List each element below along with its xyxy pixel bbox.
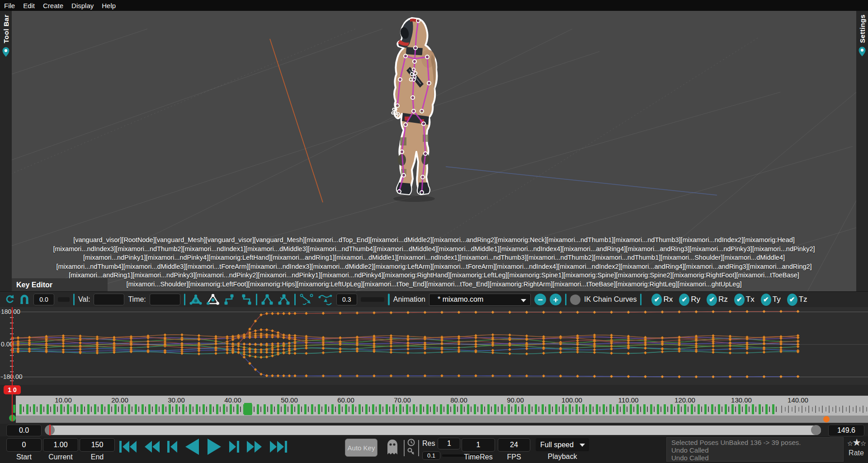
keyframe-diamond[interactable] <box>271 351 274 354</box>
playback-speed-select[interactable]: Full speed <box>536 438 589 451</box>
keyframe-diamond[interactable] <box>491 333 495 337</box>
end-frame-field[interactable]: 150 <box>80 438 115 452</box>
keyframe-diamond[interactable] <box>265 351 269 354</box>
keyframe-diamond[interactable] <box>288 334 291 337</box>
keyframe-diamond[interactable] <box>243 351 246 354</box>
keyframe-diamond[interactable] <box>406 347 410 351</box>
keyframe-diamond[interactable] <box>271 312 274 315</box>
smooth-curve-icon[interactable] <box>317 293 333 306</box>
axis-toggle-tx[interactable]: ✔Tx <box>734 294 755 306</box>
keyframe-diamond[interactable] <box>254 329 257 332</box>
play-reverse-button[interactable] <box>184 438 200 456</box>
keyframe-diamond[interactable] <box>559 351 562 354</box>
skip-to-start-button[interactable] <box>118 440 137 454</box>
keyframe-diamond[interactable] <box>542 311 545 314</box>
keyframe-diamond[interactable] <box>678 338 681 341</box>
keyframe-diamond[interactable] <box>28 339 31 342</box>
keyframe-diamond[interactable] <box>265 312 269 315</box>
tangent-spline-icon[interactable] <box>206 294 220 305</box>
keyframe-diamond[interactable] <box>729 347 732 351</box>
val-input[interactable] <box>94 294 124 305</box>
start-frame-field[interactable]: 0 <box>6 438 42 452</box>
keyframe-diamond[interactable] <box>508 311 511 314</box>
keyframe-diamond[interactable] <box>293 334 297 337</box>
keyframe-diamond[interactable] <box>627 311 630 314</box>
keyframe-diamond[interactable] <box>248 354 251 357</box>
keyframe-diamond[interactable] <box>542 352 545 355</box>
keyframe-diamond[interactable] <box>474 334 477 337</box>
keyframe-diamond[interactable] <box>644 347 647 350</box>
keyframe-diamond[interactable] <box>271 354 274 357</box>
snap-slider[interactable] <box>58 297 70 302</box>
animation-select[interactable]: * mixamo.com <box>429 294 531 306</box>
settings-side-tab[interactable]: Settings <box>856 11 868 291</box>
keyframe-diamond[interactable] <box>288 312 291 315</box>
keyframe-diamond[interactable] <box>180 333 184 337</box>
step-forward-button[interactable] <box>228 440 240 454</box>
keyframe-diamond[interactable] <box>79 348 82 351</box>
end-range-marker[interactable] <box>823 416 830 422</box>
keyframe-diamond[interactable] <box>576 339 579 342</box>
keyframe-diamond[interactable] <box>373 342 376 345</box>
keyframe-diamond[interactable] <box>226 351 229 355</box>
keyframe-diamond[interactable] <box>440 351 443 354</box>
keyframe-diamond[interactable] <box>559 311 562 314</box>
keyframe-diamond[interactable] <box>712 345 715 348</box>
keyframe-diamond[interactable] <box>288 352 291 355</box>
tension-slider[interactable] <box>361 297 384 302</box>
undo-icon[interactable] <box>5 294 15 305</box>
step-back-button[interactable] <box>166 440 178 454</box>
view-range-end-handle[interactable] <box>811 425 821 435</box>
menu-item-edit[interactable]: Edit <box>19 1 39 10</box>
timeres-field[interactable]: 1 <box>462 438 495 452</box>
keyframe-diamond[interactable] <box>322 351 325 355</box>
current-frame-field[interactable]: 1.00 <box>43 438 78 452</box>
keyframe-diamond[interactable] <box>237 348 240 351</box>
keyframe-diamond[interactable] <box>277 312 280 315</box>
keyframe-diamond[interactable] <box>265 355 269 359</box>
keyframe-diamond[interactable] <box>390 351 393 354</box>
checkbox-checked-icon[interactable]: ✔ <box>734 294 745 306</box>
axis-toggle-rz[interactable]: ✔Rz <box>707 294 728 306</box>
keyframe-diamond[interactable] <box>248 351 251 354</box>
checkbox-checked-icon[interactable]: ✔ <box>761 294 771 306</box>
keyframe-diamond[interactable] <box>259 328 263 332</box>
keyframe-diamond[interactable] <box>525 352 528 355</box>
toolbar-side-tab[interactable]: Tool Bar <box>0 11 12 291</box>
menu-item-display[interactable]: Display <box>67 1 98 10</box>
keyframe-diamond[interactable] <box>164 333 167 337</box>
keyframe-diamond[interactable] <box>282 312 285 315</box>
timeline-substrip[interactable] <box>16 416 868 423</box>
timeline-ruler[interactable]: 10.0020.0030.0040.0050.0060.0070.0080.00… <box>16 396 868 416</box>
keyframe-diamond[interactable] <box>610 351 613 355</box>
keyframe-diamond[interactable] <box>491 351 495 354</box>
keyframe-diamond[interactable] <box>576 311 579 314</box>
keyframe-diamond[interactable] <box>28 350 31 353</box>
keyframe-diamond[interactable] <box>293 344 297 347</box>
keyframe-diamond[interactable] <box>390 334 393 337</box>
fast-forward-button[interactable] <box>246 440 263 454</box>
keyframe-diamond[interactable] <box>271 333 274 337</box>
copy-key-backward-icon[interactable] <box>240 294 252 305</box>
view-range-end-field[interactable]: 149.6 <box>828 425 864 436</box>
keyframe-diamond[interactable] <box>458 346 461 349</box>
keyframe-diamond[interactable] <box>695 342 698 345</box>
keyframe-diamond[interactable] <box>593 311 596 314</box>
keyframe-diamond[interactable] <box>627 335 630 338</box>
keyframe-diamond[interactable] <box>198 334 201 337</box>
keyframe-diamond[interactable] <box>508 352 511 355</box>
res-step-field[interactable]: 0.1 <box>422 451 440 460</box>
menu-item-help[interactable]: Help <box>98 1 120 10</box>
view-range-start-field[interactable]: 0.0 <box>6 425 42 436</box>
keyframe-diamond[interactable] <box>214 352 217 355</box>
keyframe-diamond[interactable] <box>226 342 229 345</box>
keyframe-diamond[interactable] <box>271 329 274 332</box>
keyframe-diamond[interactable] <box>79 335 82 338</box>
keyframe-diamond[interactable] <box>265 328 269 332</box>
keyframe-diamond[interactable] <box>593 333 596 337</box>
keyframe-diamond[interactable] <box>277 348 280 351</box>
keyframe-diamond[interactable] <box>305 312 308 315</box>
checkbox-checked-icon[interactable]: ✔ <box>787 294 797 306</box>
animation-curves[interactable] <box>0 307 868 385</box>
checkbox-checked-icon[interactable]: ✔ <box>679 294 689 306</box>
